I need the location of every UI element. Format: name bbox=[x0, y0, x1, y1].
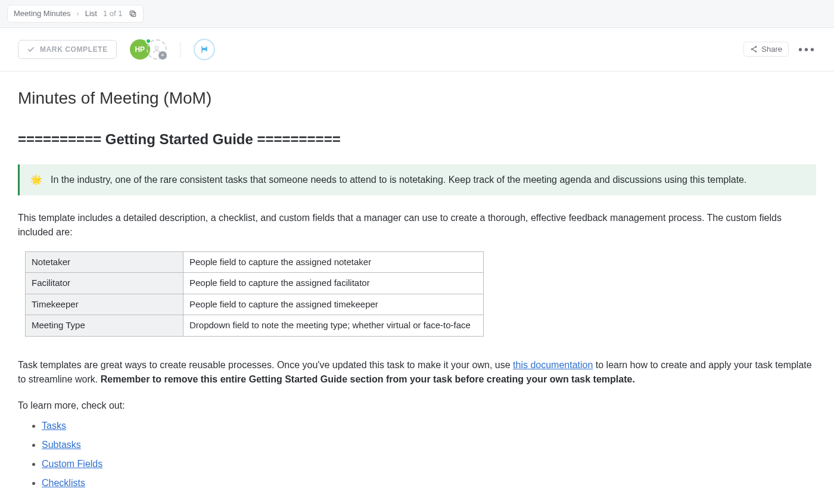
task-header-right: Share ••• bbox=[743, 42, 816, 57]
field-desc-cell: People field to capture the assigned fac… bbox=[183, 273, 484, 294]
documentation-link[interactable]: this documentation bbox=[513, 360, 593, 370]
table-row: Timekeeper People field to capture the a… bbox=[26, 294, 484, 315]
breadcrumb-parent[interactable]: Meeting Minutes bbox=[14, 8, 70, 20]
list-item: Tasks bbox=[42, 419, 816, 433]
learn-link-checklists[interactable]: Checklists bbox=[42, 478, 85, 488]
learn-link-tasks[interactable]: Tasks bbox=[42, 421, 66, 431]
check-icon bbox=[27, 45, 35, 54]
copy-icon[interactable] bbox=[129, 10, 137, 18]
plus-icon: + bbox=[158, 51, 167, 60]
page-title[interactable]: Minutes of Meeting (MoM) bbox=[18, 86, 816, 111]
svg-point-4 bbox=[751, 48, 752, 49]
field-name-cell: Facilitator bbox=[26, 273, 183, 294]
share-icon bbox=[750, 45, 758, 53]
topbar: Meeting Minutes › List 1 of 1 bbox=[0, 0, 834, 28]
share-label: Share bbox=[761, 45, 782, 54]
avatar-initials: HP bbox=[135, 44, 145, 55]
intro-paragraph: This template includes a detailed descri… bbox=[18, 211, 816, 239]
add-assignee-button[interactable]: + bbox=[147, 39, 167, 60]
priority-flag-button[interactable] bbox=[194, 39, 215, 60]
mark-complete-button[interactable]: MARK COMPLETE bbox=[18, 40, 117, 59]
ellipsis-icon: ••• bbox=[798, 43, 816, 56]
field-name-cell: Meeting Type bbox=[26, 315, 183, 337]
task-content: Minutes of Meeting (MoM) ========== Gett… bbox=[0, 71, 834, 505]
list-item: Custom Fields bbox=[42, 457, 816, 471]
list-item: Subtasks bbox=[42, 438, 816, 452]
chevron-right-icon: › bbox=[76, 8, 79, 20]
template-pre: Task templates are great ways to create … bbox=[18, 360, 513, 370]
svg-point-3 bbox=[755, 46, 757, 48]
callout-text: In the industry, one of the rare consist… bbox=[51, 173, 746, 187]
learn-link-custom-fields[interactable]: Custom Fields bbox=[42, 459, 102, 469]
svg-rect-0 bbox=[131, 12, 135, 16]
task-header: MARK COMPLETE HP + bbox=[0, 28, 834, 71]
list-item: Checklists bbox=[42, 476, 816, 490]
table-row: Meeting Type Dropdown field to note the … bbox=[26, 315, 484, 337]
callout: 🌟 In the industry, one of the rare consi… bbox=[18, 164, 816, 195]
breadcrumb-counter: 1 of 1 bbox=[103, 8, 123, 20]
breadcrumb[interactable]: Meeting Minutes › List 1 of 1 bbox=[7, 5, 144, 23]
learn-more-intro: To learn more, check out: bbox=[18, 399, 816, 413]
learn-more-list: Tasks Subtasks Custom Fields Checklists bbox=[18, 419, 816, 490]
more-menu-button[interactable]: ••• bbox=[798, 43, 816, 55]
custom-fields-table: Notetaker People field to capture the as… bbox=[25, 251, 484, 337]
field-desc-cell: Dropdown field to note the meeting type;… bbox=[183, 315, 484, 337]
field-desc-cell: People field to capture the assigned not… bbox=[183, 251, 484, 273]
template-paragraph: Task templates are great ways to create … bbox=[18, 358, 816, 387]
task-header-left: MARK COMPLETE HP + bbox=[18, 39, 215, 60]
field-name-cell: Timekeeper bbox=[26, 294, 183, 315]
svg-point-5 bbox=[755, 51, 757, 52]
star-icon: 🌟 bbox=[30, 173, 42, 187]
share-button[interactable]: Share bbox=[743, 42, 789, 57]
field-name-cell: Notetaker bbox=[26, 251, 183, 273]
table-row: Notetaker People field to capture the as… bbox=[26, 251, 484, 273]
flag-icon bbox=[200, 44, 209, 55]
template-bold: Remember to remove this entire Getting S… bbox=[101, 374, 635, 384]
svg-rect-1 bbox=[130, 11, 134, 15]
field-desc-cell: People field to capture the assigned tim… bbox=[183, 294, 484, 315]
table-row: Facilitator People field to capture the … bbox=[26, 273, 484, 294]
assignees: HP + bbox=[130, 39, 167, 60]
mark-complete-label: MARK COMPLETE bbox=[40, 45, 108, 54]
divider bbox=[180, 42, 181, 57]
breadcrumb-current[interactable]: List bbox=[85, 8, 97, 20]
getting-started-heading: ========== Getting Started Guide =======… bbox=[18, 129, 816, 150]
svg-point-2 bbox=[155, 46, 158, 49]
learn-link-subtasks[interactable]: Subtasks bbox=[42, 440, 81, 450]
